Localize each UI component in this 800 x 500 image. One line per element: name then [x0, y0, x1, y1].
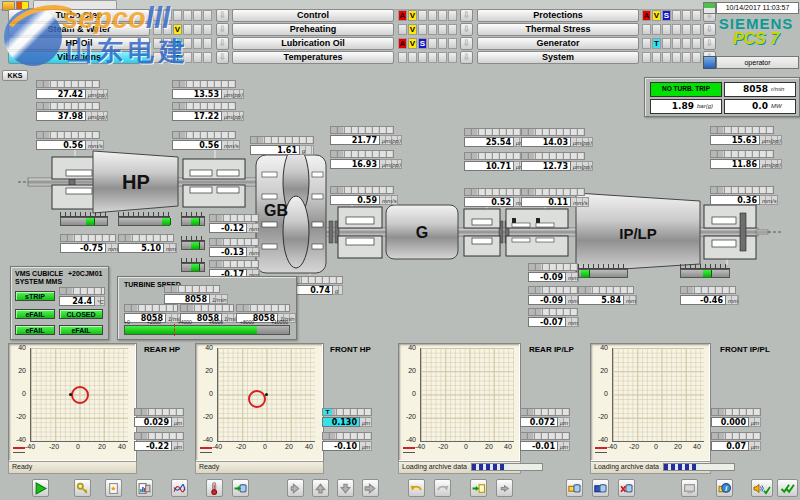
hp-turbine[interactable]: HP	[93, 151, 178, 213]
iplp-turbine[interactable]: IP/LP	[576, 193, 700, 272]
sensor-hp-rear-vib-x[interactable]: 27.42μm(pp)	[36, 80, 100, 99]
sensor-gearbox-accel[interactable]: 1.61g	[250, 136, 314, 155]
import-archive-button[interactable]	[470, 479, 487, 497]
orbit-gap-y[interactable]: -0.22μm	[134, 432, 184, 451]
sensor-iplp-front-vib-x[interactable]: 15.63μm(pp)	[710, 126, 774, 145]
alarm-badge-v[interactable]: V	[652, 10, 661, 21]
new-favorite-button[interactable]: ★	[105, 479, 122, 497]
chevron-down-icon[interactable]: ⇩	[460, 37, 473, 50]
temperature-button[interactable]	[206, 479, 223, 497]
alarm-badge-v[interactable]: V	[173, 24, 182, 35]
alarm-badge-v[interactable]: V	[408, 24, 417, 35]
alarm-badge-a[interactable]: A	[398, 10, 407, 21]
redo-button[interactable]	[434, 479, 451, 497]
sensor-iplp-rear-vib-x[interactable]: 14.03μm(pp)	[521, 128, 585, 147]
sensor-hp-front-vib-y[interactable]: 17.22μm(pp)	[172, 102, 236, 121]
sensor-iplp-rear-vib-y[interactable]: 12.73μm(pp)	[521, 152, 585, 171]
generator[interactable]: G	[386, 205, 458, 259]
operator-field[interactable]: operator	[716, 56, 799, 69]
nav-down-button[interactable]	[337, 479, 354, 497]
horn-acknowledge-button[interactable]	[751, 479, 773, 497]
orbit-gap-x[interactable]: T0.130μm	[322, 408, 372, 427]
sensor-axial-pos[interactable]: -0.75mm	[60, 234, 116, 253]
delete-archive-button[interactable]	[618, 479, 635, 497]
open-archive-button[interactable]	[566, 479, 583, 497]
sensor-gen-front-vib-y[interactable]: 10.71μm(pp)	[464, 152, 528, 171]
sensor-gb-pos1[interactable]: -0.12mm	[209, 214, 259, 233]
vms-closed-button[interactable]: CLOSED	[59, 309, 103, 319]
menu-thermal-stress[interactable]: Thermal Stress	[477, 23, 639, 36]
alarm-badge-a[interactable]: A	[642, 10, 651, 21]
sensor-gb-pos2[interactable]: -0.13mm	[209, 238, 259, 257]
gearbox[interactable]: GB	[256, 146, 326, 273]
sensor-hp-rear-vib-y[interactable]: 37.98μm(pp)	[36, 102, 100, 121]
vms-temperature[interactable]: 24.4°C	[59, 287, 105, 306]
vms-efail-button[interactable]: eFAIL	[15, 309, 55, 319]
sensor-gen-pos1[interactable]: -0.09mm	[528, 263, 578, 282]
sensor-iplp-front-vel[interactable]: 0.36mm/s	[710, 186, 774, 205]
nav-up-button[interactable]	[312, 479, 329, 497]
alarm-badge-v[interactable]: V	[408, 10, 417, 21]
sensor-gen-front-vel[interactable]: 0.52mm/s	[464, 188, 528, 207]
orbit-gap-x[interactable]: 0.029μm	[134, 408, 184, 427]
alarm-badge-t[interactable]: T	[173, 38, 182, 49]
chevron-down-icon[interactable]: ⇩	[460, 9, 473, 22]
orbit-gap-y[interactable]: -0.10μm	[322, 432, 372, 451]
chevron-down-icon[interactable]: ⇩	[216, 37, 229, 50]
alarm-badge-t[interactable]: T	[173, 52, 182, 63]
report-button[interactable]	[136, 479, 153, 497]
menu-generator[interactable]: Generator	[477, 37, 639, 50]
run-button[interactable]	[32, 479, 49, 497]
alarm-badge-v[interactable]: V	[408, 38, 417, 49]
expansion-meter[interactable]	[118, 212, 170, 226]
menu-preheating[interactable]: Preheating	[232, 23, 394, 36]
acknowledge-all-button[interactable]	[777, 479, 798, 497]
iplp-expansion-meter[interactable]	[578, 264, 628, 278]
sensor-expansion[interactable]: 5.10mm	[118, 234, 174, 253]
key-button[interactable]	[74, 479, 91, 497]
sensor-gen-front-vib-x[interactable]: 25.54μm(pp)	[464, 128, 528, 147]
menu-lubrication-oil[interactable]: Lubrication Oil	[232, 37, 394, 50]
forward-button[interactable]	[496, 479, 513, 497]
gb-pos-meter[interactable]	[181, 258, 205, 272]
menu-turbo-step[interactable]: Turbo Step	[8, 9, 150, 22]
alarm-badge-t[interactable]: T	[652, 38, 661, 49]
sensor-iplp-expansion[interactable]: 5.84mm	[578, 286, 634, 305]
nav-left-button[interactable]	[287, 479, 304, 497]
orbit-gap-y[interactable]: 0.07μm	[711, 432, 761, 451]
export-archive-button[interactable]	[232, 479, 249, 497]
sensor-gen-rear-vib-x[interactable]: 21.77μm(pp)	[330, 126, 394, 145]
sensor-iplp-rear-vel[interactable]: 0.11mm/s	[521, 188, 585, 207]
alarm-badge-s[interactable]: S	[418, 38, 427, 49]
sensor-gen-rear-vel[interactable]: 0.59mm/s	[330, 186, 394, 205]
save-archive-button[interactable]	[592, 479, 609, 497]
orbit-gap-x[interactable]: 0.000μm	[711, 408, 761, 427]
orbit-gap-x[interactable]: 0.072μm	[520, 408, 570, 427]
gb-pos-meter[interactable]	[181, 212, 205, 226]
sensor-hp-rear-vel[interactable]: 0.56mm/s	[36, 131, 100, 150]
nav-right-button[interactable]	[362, 479, 379, 497]
axial-meter[interactable]	[60, 212, 108, 226]
user-icon[interactable]	[703, 56, 716, 69]
iplp-axial-meter[interactable]	[680, 264, 730, 278]
curves-button[interactable]	[171, 479, 188, 497]
sensor-hp-front-vel[interactable]: 0.56mm/s	[172, 131, 236, 150]
chevron-down-icon[interactable]: ⇩	[460, 23, 473, 36]
menu-system[interactable]: System	[477, 51, 639, 64]
orbit-gap-y[interactable]: -0.01μm	[520, 432, 570, 451]
menu-hp-oil[interactable]: HP Oil	[8, 37, 150, 50]
chevron-down-icon[interactable]: ⇩	[216, 51, 229, 64]
sensor-iplp-axial[interactable]: -0.46mm	[680, 286, 736, 305]
gb-pos-meter[interactable]	[181, 236, 205, 250]
vms-strip-button[interactable]: sTRIP	[15, 291, 55, 301]
sensor-iplp-front-vib-y[interactable]: 11.86μm(pp)	[710, 150, 774, 169]
sensor-hp-front-vib-x[interactable]: 13.53μm(pp)	[172, 80, 236, 99]
vms-efail-button[interactable]: eFAIL	[59, 325, 103, 335]
menu-control[interactable]: Control	[232, 9, 394, 22]
chevron-down-icon[interactable]: ⇩	[216, 23, 229, 36]
menu-steam-water[interactable]: Steam & Water	[8, 23, 150, 36]
menu-vibrations[interactable]: Vibrations	[8, 51, 150, 64]
sensor-gen-pos3[interactable]: -0.07mm	[528, 308, 578, 327]
sensor-gen-rear-vib-y[interactable]: 16.93μm(pp)	[330, 150, 394, 169]
menu-protections[interactable]: Protections	[477, 9, 639, 22]
